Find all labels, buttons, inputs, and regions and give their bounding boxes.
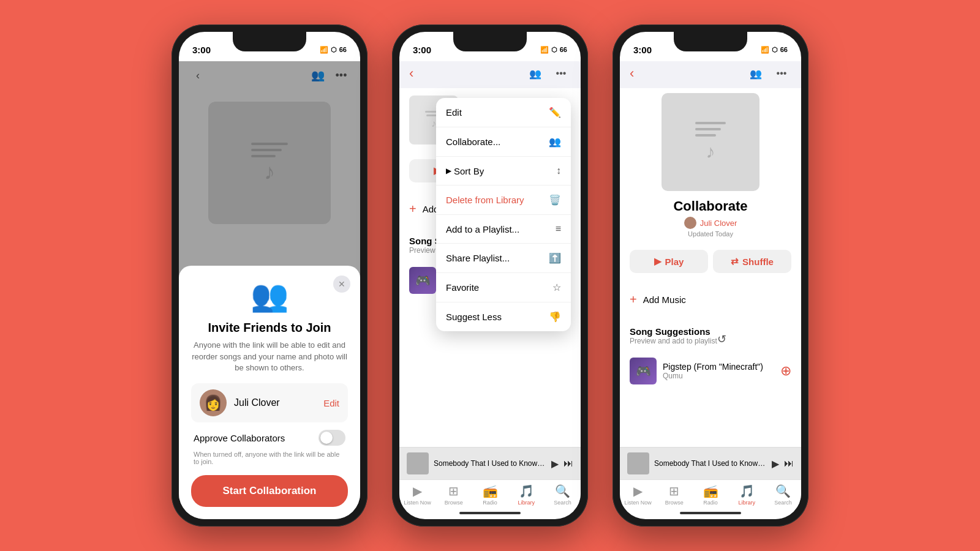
tab-search-icon-3: 🔍 bbox=[775, 484, 791, 498]
collaborate-button-3[interactable]: 👥 bbox=[746, 64, 766, 83]
tab-library-icon-3: 🎵 bbox=[739, 484, 755, 498]
tab-library-3[interactable]: 🎵 Library bbox=[729, 484, 765, 506]
tab-listen-label-3: Listen Now bbox=[624, 500, 652, 506]
dropdown-edit[interactable]: Edit ✏️ bbox=[436, 98, 571, 127]
add-music-row-3[interactable]: + Add Music bbox=[620, 285, 801, 314]
back-button-3[interactable]: ‹ bbox=[630, 66, 634, 81]
favorite-icon: ☆ bbox=[552, 282, 561, 293]
suggestions-header-3: Song Suggestions Preview and add to play… bbox=[630, 326, 791, 351]
user-row: 👩 Juli Clover Edit bbox=[191, 383, 348, 422]
screen-content-2: ‹ 👥 ••• ♪ C Updated Today bbox=[399, 61, 581, 519]
dropdown-sort-label: ▶ Sort By bbox=[446, 166, 484, 176]
collab-title-3: Collaborate bbox=[673, 198, 747, 214]
play-shuffle-3: ▶ Play ⇄ Shuffle bbox=[620, 242, 801, 280]
tab-browse-icon-2: ⊞ bbox=[448, 484, 459, 498]
status-time-2: 3:00 bbox=[413, 45, 431, 55]
sort-icon: ↕️ bbox=[556, 165, 561, 176]
edit-button[interactable]: Edit bbox=[323, 398, 339, 408]
dropdown-menu: Edit ✏️ Collaborate... 👥 ▶ Sort By ↕️ De… bbox=[436, 98, 571, 331]
song-title-3: Pigstep (From "Minecraft") bbox=[663, 362, 774, 372]
notch-3 bbox=[674, 32, 747, 51]
wifi-icon-2: ⬡ bbox=[551, 46, 557, 54]
dropdown-collaborate-label: Collaborate... bbox=[446, 137, 500, 147]
screen-content-1: ‹ 👥 ••• ♪ bbox=[179, 61, 360, 519]
collaborate-button-2[interactable]: 👥 bbox=[526, 64, 545, 83]
status-icons-2: 📶 ⬡ 66 bbox=[540, 46, 567, 54]
tab-browse-2[interactable]: ⊞ Browse bbox=[435, 484, 472, 506]
tab-bar-3: ▶ Listen Now ⊞ Browse 📻 Radio 🎵 Library … bbox=[620, 479, 801, 507]
song-art-minecraft-3: 🎮 bbox=[630, 358, 657, 384]
nav-right-2: 👥 ••• bbox=[526, 64, 571, 83]
more-button-2[interactable]: ••• bbox=[551, 64, 571, 83]
signal-icon: 📶 bbox=[320, 46, 328, 54]
dropdown-collaborate[interactable]: Collaborate... 👥 bbox=[436, 127, 571, 157]
shuffle-button-3[interactable]: ⇄ Shuffle bbox=[713, 250, 791, 273]
playlist-art-3: ♪ bbox=[662, 93, 760, 191]
battery-icon: 66 bbox=[339, 46, 347, 53]
add-music-label-3: Add Music bbox=[643, 294, 686, 305]
song-row-3: 🎮 Pigstep (From "Minecraft") Qumu ⊕ bbox=[630, 354, 791, 388]
now-playing-art-3 bbox=[627, 452, 649, 474]
dropdown-sort[interactable]: ▶ Sort By ↕️ bbox=[436, 157, 571, 186]
refresh-icon-3[interactable]: ↺ bbox=[717, 332, 726, 346]
forward-ctrl-2[interactable]: ⏭ bbox=[564, 458, 573, 469]
add-song-button-3[interactable]: ⊕ bbox=[780, 363, 791, 379]
tab-browse-label-2: Browse bbox=[445, 500, 463, 506]
tab-listen-now-3[interactable]: ▶ Listen Now bbox=[620, 484, 656, 506]
wifi-icon: ⬡ bbox=[331, 46, 337, 54]
dropdown-share[interactable]: Share Playlist... ⬆️ bbox=[436, 244, 571, 273]
now-playing-info-2: Somebody That I Used to Know (... bbox=[434, 459, 546, 468]
dropdown-add-playlist[interactable]: Add to a Playlist... ≡ bbox=[436, 215, 571, 244]
tab-library-2[interactable]: 🎵 Library bbox=[508, 484, 545, 506]
suggest-less-icon: 👎 bbox=[549, 311, 561, 323]
collab-avatar-3 bbox=[684, 217, 696, 229]
share-icon: ⬆️ bbox=[549, 252, 561, 264]
tab-listen-label-2: Listen Now bbox=[404, 500, 431, 506]
dropdown-favorite[interactable]: Favorite ☆ bbox=[436, 273, 571, 302]
now-playing-info-3: Somebody That I Used to Know (... bbox=[654, 459, 767, 468]
phone-1: 3:00 📶 ⬡ 66 ‹ 👥 ••• bbox=[172, 24, 368, 527]
play-label-3: Play bbox=[665, 257, 684, 267]
tab-search-2[interactable]: 🔍 Search bbox=[545, 484, 581, 506]
song-info-3: Pigstep (From "Minecraft") Qumu bbox=[663, 362, 774, 380]
now-playing-title-2: Somebody That I Used to Know (... bbox=[434, 459, 546, 468]
tab-browse-3[interactable]: ⊞ Browse bbox=[656, 484, 692, 506]
nav-right-3: 👥 ••• bbox=[746, 64, 791, 83]
approve-row: Approve Collaborators bbox=[191, 430, 348, 446]
dropdown-delete[interactable]: Delete from Library 🗑️ bbox=[436, 186, 571, 215]
tab-browse-label-3: Browse bbox=[665, 500, 684, 506]
now-playing-title-3: Somebody That I Used to Know (... bbox=[654, 459, 767, 468]
play-ctrl-2[interactable]: ▶ bbox=[551, 458, 559, 470]
approve-toggle[interactable] bbox=[318, 430, 345, 446]
screen-content-3: ‹ 👥 ••• ♪ bbox=[620, 61, 801, 519]
collab-user-3: Juli Clover bbox=[673, 217, 747, 229]
tab-library-label-2: Library bbox=[518, 500, 535, 506]
invite-modal: ✕ 👥 Invite Friends to Join Anyone with t… bbox=[179, 266, 360, 519]
tab-browse-icon-3: ⊞ bbox=[669, 484, 679, 498]
tab-listen-now-2[interactable]: ▶ Listen Now bbox=[399, 484, 435, 506]
shuffle-label-3: Shuffle bbox=[742, 257, 774, 267]
dropdown-suggest-less[interactable]: Suggest Less 👎 bbox=[436, 302, 571, 331]
dropdown-favorite-label: Favorite bbox=[446, 282, 479, 293]
signal-icon-2: 📶 bbox=[540, 46, 549, 54]
back-button-2[interactable]: ‹ bbox=[409, 66, 413, 81]
tab-search-3[interactable]: 🔍 Search bbox=[765, 484, 801, 506]
start-collaboration-button[interactable]: Start Collaboration bbox=[191, 475, 348, 507]
dropdown-edit-label: Edit bbox=[446, 107, 462, 118]
tab-radio-2[interactable]: 📻 Radio bbox=[472, 484, 508, 506]
home-indicator-2 bbox=[399, 507, 581, 519]
signal-icon-3: 📶 bbox=[761, 46, 769, 54]
more-button-3[interactable]: ••• bbox=[772, 64, 791, 83]
avatar-face: 👩 bbox=[204, 394, 222, 411]
forward-ctrl-3[interactable]: ⏭ bbox=[784, 458, 794, 469]
dropdown-suggest-less-label: Suggest Less bbox=[446, 312, 502, 322]
playlist-art-section-3: ♪ Collaborate Juli Clover Updated Today bbox=[620, 88, 801, 242]
song-art-minecraft-2: 🎮 bbox=[409, 267, 436, 294]
home-bar-3 bbox=[680, 512, 741, 514]
play-ctrl-3[interactable]: ▶ bbox=[772, 458, 779, 470]
dropdown-add-playlist-label: Add to a Playlist... bbox=[446, 224, 519, 234]
play-button-3[interactable]: ▶ Play bbox=[630, 250, 708, 273]
approve-note: When turned off, anyone with the link wi… bbox=[191, 451, 348, 465]
tab-radio-3[interactable]: 📻 Radio bbox=[692, 484, 728, 506]
notch-2 bbox=[453, 32, 527, 51]
